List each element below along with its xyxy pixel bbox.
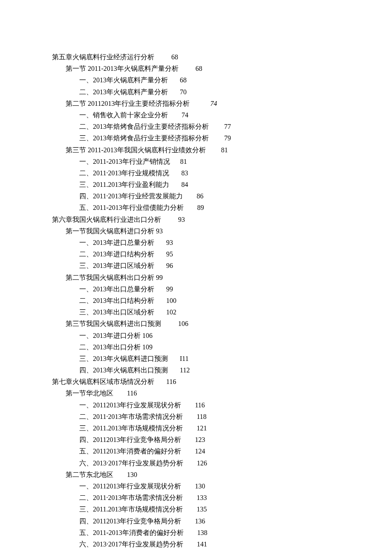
toc-text: 第七章火锅底料区域市场情况分析: [52, 378, 154, 385]
toc-page-number: 95: [166, 250, 173, 258]
toc-gap: [168, 355, 180, 362]
toc-gap: [184, 204, 197, 211]
toc-gap: [169, 181, 181, 188]
toc-text: 一、销售收入前十家企业分析: [79, 111, 168, 119]
toc-text: 第二节 20112013年行业主要经济指标分析: [66, 100, 190, 107]
toc-gap: [181, 447, 195, 455]
toc-text: 一、20112013年行业发展现状分析: [79, 401, 181, 409]
toc-page-number: 136: [195, 517, 205, 525]
toc-entry: 五、2011-2013年消费者的偏好分析 138: [79, 527, 358, 538]
toc-text: 二、2011·2013年市场需求情况分析: [79, 494, 183, 501]
toc-text: 第六章我国火锅底料行业进出口分析: [52, 216, 161, 223]
toc-entry: 一、2011-2013年行业产销情况 81: [79, 156, 358, 167]
toc-text: 第三节 2011-2013年我国火锅底料行业绩效分析: [66, 146, 206, 154]
toc-gap: [184, 529, 197, 536]
toc-page-number: 68: [171, 53, 178, 61]
toc-gap: [181, 401, 195, 409]
toc-page-number: 84: [181, 181, 188, 188]
toc-gap: [190, 100, 210, 107]
toc-page-number: 133: [196, 494, 207, 501]
toc-gap: [170, 158, 180, 165]
toc-entry: 一、2013年火锅底料产量分析 68: [79, 74, 358, 86]
toc-entry: 一、2013年出口总量分析 99: [79, 283, 358, 295]
toc-entry: 第六章我国火锅底料行业进出口分析 93: [52, 214, 358, 225]
toc-entry: 二、2013年出口分析 109: [79, 341, 358, 353]
toc-text: 五、2011-2013年消费者的偏好分析: [79, 529, 184, 536]
toc-entry: 二、2013年出口结构分析 100: [79, 295, 358, 306]
toc-page-number: 138: [197, 529, 208, 536]
toc-text: 一、20112013年行业发展现状分析: [79, 482, 181, 490]
toc-text: 三、2011.2013年行业盈利能力: [79, 181, 169, 188]
toc-page-number: 70: [180, 88, 187, 96]
toc-entry: 一、2013年进口总量分析 93: [79, 237, 358, 248]
toc-entry: 三、2013年火锅底料进口预测 I11: [79, 353, 358, 364]
toc-gap: [179, 65, 196, 72]
toc-entry: 三、2013年出口区域分析 102: [79, 306, 358, 318]
toc-gap: [181, 436, 195, 443]
toc-entry: 第一节我国火锅底料进口分析 93: [66, 225, 358, 237]
toc-entry: 四、20112013年行业竞争格局分析 136: [79, 515, 358, 527]
toc-page-number: 68: [196, 65, 202, 72]
toc-text: 第五章火锅底料行业经济运行分析: [52, 53, 154, 61]
toc-text: 三、2013年进口区域分析: [79, 262, 154, 269]
toc-entry: 三、2011.2013年行业盈利能力 84: [79, 179, 358, 190]
toc-text: 四、20112013年行业竞争格局分析: [79, 517, 181, 525]
toc-page-number: I11: [180, 355, 189, 362]
toc-page-number: 93: [178, 216, 185, 223]
toc-page-number: 74: [182, 111, 188, 119]
toc-gap: [183, 413, 196, 420]
toc-gap: [183, 424, 196, 432]
toc-text: 二、2011·2013年行业规模情况: [79, 169, 169, 177]
toc-entry: 一、2013年进口分析 106: [79, 330, 358, 341]
toc-page-number: 123: [195, 436, 205, 443]
toc-entry: 二、2013年火锅底料产量分析 70: [79, 86, 358, 98]
toc-entry: 三、2013年焙烤食品行业主要经济指标分析 79: [79, 132, 358, 144]
toc-page-number: 141: [197, 540, 207, 548]
toc-page-number: 68: [180, 76, 187, 84]
toc-entry: 四、20112013年行业竞争格局分析 123: [79, 434, 358, 445]
toc-text: 五、2011-2013年行业偿债能力分析: [79, 204, 184, 211]
toc-entry: 第二节 20112013年行业主要经济指标分析 74: [66, 98, 358, 109]
toc-gap: [154, 239, 166, 246]
toc-text: 第二节我国火锅底料出口分析 99: [66, 274, 163, 281]
toc-entry: 四、2011·2013年行业经营发展能力 86: [79, 190, 358, 202]
toc-page-number: 81: [180, 158, 187, 165]
toc-page-number: 135: [196, 506, 207, 513]
toc-page-number: 124: [195, 447, 205, 455]
toc-page-number: 112: [180, 366, 190, 374]
toc-gap: [161, 216, 178, 223]
toc-entry: 六、2013·2017年行业发展趋势分析 126: [79, 457, 358, 469]
toc-gap: [181, 517, 195, 525]
toc-gap: [168, 111, 182, 119]
toc-text: 二、2011·2013年市场需求情况分析: [79, 413, 183, 420]
toc-gap: [154, 262, 166, 269]
toc-text: 四、20112013年行业竞争格局分析: [79, 436, 181, 443]
toc-gap: [206, 146, 221, 154]
toc-text: 六、2013·2017年行业发展趋势分析: [79, 540, 183, 548]
toc-gap: [154, 378, 166, 385]
toc-entry: 第三节我国火锅底料进出口预测 106: [66, 318, 358, 329]
toc-entry: 第三节 2011-2013年我国火锅底料行业绩效分析 81: [66, 144, 358, 156]
toc-gap: [154, 285, 166, 293]
toc-text: 一、2013年火锅底料产量分析: [79, 76, 168, 84]
toc-gap: [183, 506, 196, 513]
toc-entry: 第二节我国火锅底料出口分析 99: [66, 272, 358, 283]
toc-gap: [183, 540, 197, 548]
toc-entry: 五、2011-2013年行业偿债能力分析 89: [79, 202, 358, 213]
toc-gap: [154, 308, 166, 316]
toc-gap: [154, 53, 171, 61]
toc-text: 二、2013年火锅底料产量分析: [79, 88, 168, 96]
toc-entry: 第一节 2011-2013年火锅底料产量分析 68: [66, 63, 358, 74]
toc-entry: 一、20112013年行业发展现状分析 116: [79, 399, 358, 411]
toc-entry: 二、2013年进口结构分析 95: [79, 248, 358, 260]
toc-gap: [209, 123, 224, 130]
toc-page-number: 96: [166, 262, 173, 269]
toc-text: 第一节华北地区: [66, 389, 113, 397]
toc-entry: 第二节东北地区 130: [66, 469, 358, 480]
toc-gap: [168, 88, 180, 96]
toc-gap: [161, 320, 178, 327]
toc-entry: 一、20112013年行业发展现状分析 130: [79, 480, 358, 492]
toc-page-number: 130: [195, 482, 205, 490]
toc-page-number: 79: [224, 134, 231, 142]
toc-text: 三、2013年焙烤食品行业主要经济指标分析: [79, 134, 209, 142]
